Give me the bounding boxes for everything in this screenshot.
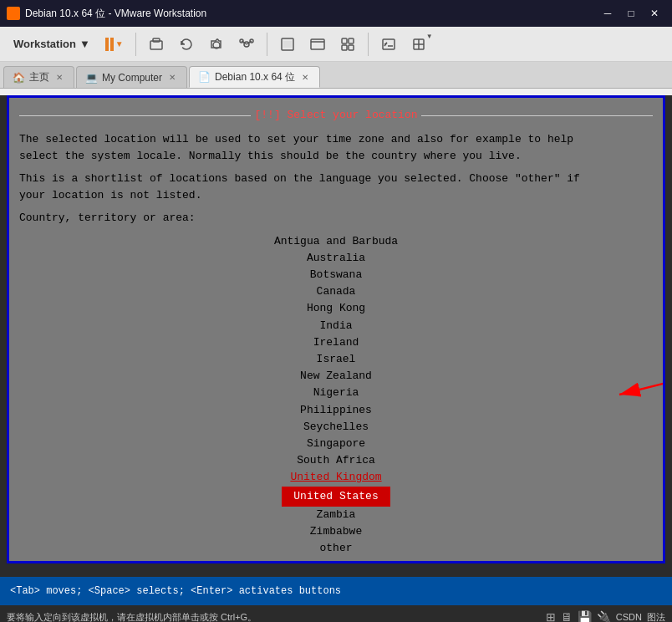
normal-view-button[interactable] bbox=[274, 31, 301, 58]
window-controls: ─ □ ✕ bbox=[597, 5, 665, 22]
display-icon[interactable]: 🖥 bbox=[561, 610, 573, 622]
country-item[interactable]: Zambia bbox=[274, 507, 398, 523]
country-item[interactable]: New Zealand bbox=[274, 368, 398, 385]
tab-mycomputer-label: My Computer bbox=[102, 72, 162, 84]
bottom-help-text: 要将输入定向到该虚拟机，请在虚拟机内部单击或按 Ctrl+G。 bbox=[7, 611, 257, 623]
title-line-right bbox=[421, 115, 653, 116]
tab-debian[interactable]: 📄 Debian 10.x 64 位 ✕ bbox=[189, 66, 320, 88]
bottom-bar: 要将输入定向到该虚拟机，请在虚拟机内部单击或按 Ctrl+G。 ⊞ 🖥 💾 🔌 … bbox=[0, 605, 672, 622]
country-item[interactable]: other bbox=[274, 540, 398, 557]
stretch-button[interactable]: ▼ bbox=[405, 31, 432, 58]
workstation-menu-button[interactable]: Workstation ▼ bbox=[7, 34, 97, 54]
home-icon: 🏠 bbox=[13, 72, 25, 84]
country-item-selected[interactable]: United States bbox=[282, 487, 389, 507]
country-item[interactable]: Zimbabwe bbox=[274, 523, 398, 540]
tab-debian-close[interactable]: ✕ bbox=[299, 71, 311, 83]
selected-country-box: United States bbox=[290, 487, 381, 506]
svg-rect-2 bbox=[13, 13, 17, 17]
main-content: [!!] Select your location The selected l… bbox=[0, 95, 672, 577]
svg-rect-16 bbox=[349, 38, 354, 43]
tab-home-label: 主页 bbox=[29, 70, 49, 84]
country-item[interactable]: Canada bbox=[274, 283, 398, 300]
country-item[interactable]: United Kingdom bbox=[274, 469, 398, 486]
svg-rect-4 bbox=[153, 38, 160, 42]
country-item[interactable]: India bbox=[274, 318, 398, 334]
country-item[interactable]: Hong Kong bbox=[274, 300, 398, 317]
svg-line-25 bbox=[619, 378, 665, 395]
revert-snapshot-button[interactable] bbox=[173, 31, 200, 58]
red-arrow-indicator bbox=[603, 361, 665, 416]
svg-rect-13 bbox=[311, 39, 324, 49]
vm-description2: This is a shortlist of locations based o… bbox=[19, 171, 653, 203]
extra-icon[interactable]: 图法 bbox=[647, 611, 665, 623]
take-snapshot-button[interactable] bbox=[203, 31, 230, 58]
window-title: Debian 10.x 64 位 - VMware Workstation bbox=[25, 7, 597, 21]
svg-rect-12 bbox=[283, 41, 292, 48]
tab-mycomputer[interactable]: 💻 My Computer ✕ bbox=[76, 66, 187, 88]
svg-rect-1 bbox=[10, 10, 13, 13]
tab-mycomputer-close[interactable]: ✕ bbox=[166, 72, 178, 84]
pause-dropdown-icon: ▼ bbox=[115, 39, 124, 48]
computer-icon: 💻 bbox=[85, 72, 98, 84]
country-item[interactable]: Australia bbox=[274, 250, 398, 267]
ctrl-alt-del-button[interactable] bbox=[143, 31, 170, 58]
country-item[interactable]: Israel bbox=[274, 351, 398, 368]
title-bar: Debian 10.x 64 位 - VMware Workstation ─ … bbox=[0, 0, 672, 27]
sound-icon[interactable]: CSDN bbox=[616, 612, 642, 622]
toolbar: Workstation ▼ ▼ bbox=[0, 27, 672, 62]
maximize-button[interactable]: □ bbox=[620, 5, 642, 22]
storage-icon[interactable]: 💾 bbox=[578, 610, 592, 622]
tab-debian-label: Debian 10.x 64 位 bbox=[215, 70, 295, 84]
country-item[interactable]: Nigeria bbox=[274, 385, 398, 401]
svg-rect-15 bbox=[342, 38, 347, 43]
country-item[interactable]: Philippines bbox=[274, 402, 398, 419]
pause-button[interactable]: ▼ bbox=[100, 34, 129, 54]
country-item[interactable]: Singapore bbox=[274, 436, 398, 452]
svg-rect-18 bbox=[349, 45, 354, 50]
toolbar-separator-3 bbox=[368, 33, 369, 56]
pause-icon bbox=[105, 38, 114, 51]
tab-home-close[interactable]: ✕ bbox=[53, 72, 65, 84]
vm-prompt: Country, territory or area: bbox=[19, 210, 653, 227]
vm-title-section: [!!] Select your location bbox=[19, 108, 653, 123]
tab-home[interactable]: 🏠 主页 ✕ bbox=[3, 66, 74, 88]
tab-bar: 🏠 主页 ✕ 💻 My Computer ✕ 📄 Debian 10.x 64 … bbox=[0, 62, 672, 89]
dropdown-arrow-icon: ▼ bbox=[79, 38, 90, 50]
svg-rect-17 bbox=[342, 45, 347, 50]
country-item[interactable]: Seychelles bbox=[274, 419, 398, 436]
terminal-button[interactable] bbox=[375, 31, 402, 58]
minimize-button[interactable]: ─ bbox=[597, 5, 619, 22]
bottom-icon-group: ⊞ 🖥 💾 🔌 CSDN 图法 bbox=[546, 610, 665, 622]
vm-dialog-title: [!!] Select your location bbox=[254, 108, 417, 123]
country-item[interactable]: South Africa bbox=[274, 452, 398, 469]
fullscreen-button[interactable] bbox=[304, 31, 331, 58]
vm-screen[interactable]: [!!] Select your location The selected l… bbox=[7, 95, 665, 563]
status-bar: <Tab> moves; <Space> selects; <Enter> ac… bbox=[0, 577, 672, 605]
vm-description1: The selected location will be used to se… bbox=[19, 131, 653, 164]
country-item[interactable]: Antigua and Barbuda bbox=[274, 233, 398, 250]
debian-icon: 📄 bbox=[198, 71, 211, 83]
network-icon[interactable]: ⊞ bbox=[546, 610, 556, 622]
title-line-left bbox=[19, 115, 251, 116]
country-item[interactable]: Botswana bbox=[274, 267, 398, 283]
unity-view-button[interactable] bbox=[334, 31, 361, 58]
status-bar-text: <Tab> moves; <Space> selects; <Enter> ac… bbox=[10, 585, 341, 597]
country-list: Antigua and Barbuda Australia Botswana C… bbox=[274, 233, 398, 558]
workstation-label: Workstation bbox=[13, 38, 76, 50]
app-icon bbox=[7, 7, 20, 20]
country-item[interactable]: Ireland bbox=[274, 334, 398, 351]
snapshot-manager-button[interactable] bbox=[233, 31, 260, 58]
toolbar-separator bbox=[135, 33, 136, 56]
close-button[interactable]: ✕ bbox=[644, 5, 665, 22]
toolbar-separator-2 bbox=[267, 33, 267, 56]
usb-icon[interactable]: 🔌 bbox=[597, 610, 611, 622]
